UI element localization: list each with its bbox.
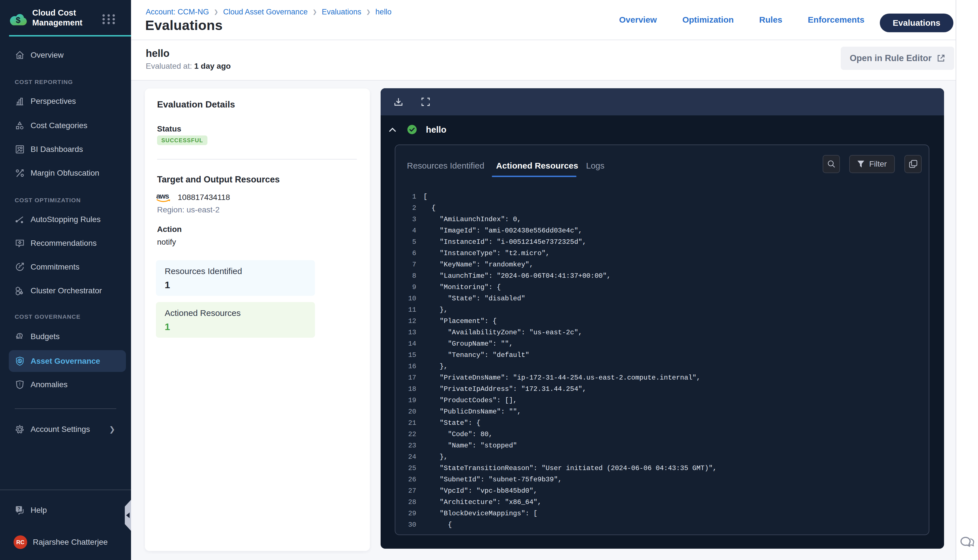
svg-text:aws: aws xyxy=(156,192,169,200)
svg-text:!: ! xyxy=(19,382,20,387)
svg-text:$: $ xyxy=(19,358,21,363)
svg-text:$: $ xyxy=(16,15,21,25)
svg-text:$: $ xyxy=(19,333,21,338)
svg-text:?: ? xyxy=(18,506,20,512)
